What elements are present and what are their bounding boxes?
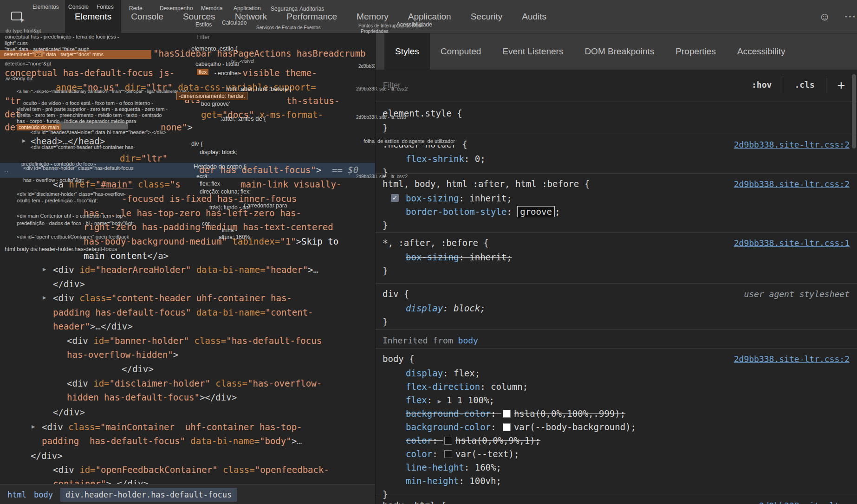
- dom-tree-node[interactable]: <div id="openFeedbackContainer" class="o…: [53, 465, 329, 475]
- text-segment: >: [308, 265, 313, 275]
- css-property[interactable]: background-color: var(--body-background)…: [406, 422, 636, 432]
- pseudo-class-toggle[interactable]: :hov: [752, 80, 772, 90]
- dom-tree-node[interactable]: "hasSidebar hasPageActions hasBreadcrumb: [153, 48, 366, 58]
- css-property[interactable]: box-sizing: inherit;: [406, 193, 512, 203]
- breadcrumb-item[interactable]: div.header-holder.has-default-focus: [60, 488, 237, 502]
- dom-tree-node[interactable]: padding has-default-focus" data-bi-name=…: [42, 436, 302, 446]
- css-property[interactable]: border-bottom-style: groove;: [406, 207, 560, 217]
- dom-tree-node[interactable]: -visible theme-: [237, 68, 317, 78]
- css-property[interactable]: min-height: 100vh;: [406, 476, 501, 486]
- devtools-tab-audits[interactable]: Audits: [512, 0, 556, 33]
- tab-styles[interactable]: Styles: [384, 33, 430, 70]
- css-property[interactable]: display: flex;: [406, 368, 480, 378]
- dom-tree-node[interactable]: <div id="banner-holder" class="has-defau…: [67, 336, 322, 346]
- user-agent-stylesheet-label: user agent stylesheet: [744, 289, 850, 299]
- styles-scrollbar[interactable]: [852, 71, 856, 504]
- css-property[interactable]: flex: ▶ 1 1 100%;: [406, 395, 494, 405]
- text-segment: >: [316, 165, 321, 175]
- tab-accessibility[interactable]: Accessibility: [727, 33, 796, 70]
- css-property[interactable]: display: block;: [406, 303, 486, 313]
- translation-overlay-text: Console: [68, 4, 89, 10]
- text-segment: </a>: [147, 251, 169, 261]
- css-property[interactable]: background-color: hsla(0,0%,100%,.999);: [406, 408, 625, 419]
- dom-tree-node[interactable]: dir="ltr": [120, 153, 168, 163]
- stylesheet-link[interactable]: 2d9bb338.site-ltr.css:2: [734, 179, 850, 189]
- text-segment: var(--text): [455, 449, 514, 459]
- element-class-toggle[interactable]: .cls: [794, 80, 814, 90]
- tab-event-listeners[interactable]: Event Listeners: [492, 33, 574, 70]
- dom-tree-node[interactable]: </div>: [53, 279, 85, 289]
- new-style-rule-button[interactable]: +: [838, 78, 845, 92]
- css-close-brace: }: [383, 317, 388, 327]
- dom-tree-node[interactable]: th-status-: [286, 96, 339, 106]
- dom-tree-node[interactable]: header">…</div>: [53, 321, 133, 331]
- dom-tree-node[interactable]: <div class="mainContainer uhf-container …: [42, 422, 302, 432]
- css-property[interactable]: color: hsla(0,0%,9%,1);: [406, 435, 540, 446]
- stylesheet-link[interactable]: 2d9bb338.site-ltr.css:2: [734, 140, 850, 149]
- css-property[interactable]: line-height: 160%;: [406, 462, 501, 472]
- translation-overlay-text: light" cuss: [5, 40, 28, 46]
- dom-tree-node[interactable]: has-overflow-hidden">: [67, 349, 178, 360]
- translation-overlay-text: Acessibilidade: [396, 21, 432, 28]
- text-segment: "s: [170, 179, 181, 189]
- text-segment: 160%: [475, 462, 496, 472]
- css-selector[interactable]: body, html {: [383, 500, 446, 504]
- panel-divider[interactable]: [375, 33, 376, 504]
- feedback-icon[interactable]: ☺: [819, 0, 831, 33]
- text-segment: flex-shrink: [406, 154, 464, 164]
- text-segment: </div>: [53, 279, 85, 289]
- text-segment: box-sizing: [406, 193, 459, 203]
- css-property[interactable]: box-sizing: inherit;: [406, 252, 512, 262]
- css-selector[interactable]: div {: [383, 289, 409, 299]
- text-segment: "banner-holder": [110, 336, 189, 346]
- dom-tree-node[interactable]: <div id="headerAreaHolder" data-bi-name=…: [53, 265, 318, 275]
- dom-tree-node[interactable]: <div id="disclaimer-holder" class="has-o…: [67, 378, 322, 388]
- css-property[interactable]: flex-direction: column;: [406, 381, 528, 392]
- translation-overlay-text: se: [34, 51, 43, 57]
- text-segment: ;: [514, 449, 519, 459]
- dom-tree-node[interactable]: padding has-default-focus" data-bi-name=…: [53, 307, 313, 317]
- tab-dom-breakpoints[interactable]: DOM Breakpoints: [574, 33, 665, 70]
- dom-tree-node[interactable]: hidden has-default-focus"></div>: [67, 392, 237, 402]
- scrollbar-thumb[interactable]: [852, 74, 856, 149]
- dom-tree-node[interactable]: </div>: [53, 407, 85, 417]
- text-segment: ;: [496, 462, 501, 472]
- css-selector[interactable]: body {: [383, 354, 415, 364]
- inherited-node-link[interactable]: body: [458, 336, 478, 345]
- dom-tree-node[interactable]: </div>: [31, 451, 63, 461]
- dom-tree-node[interactable]: "tr: [5, 96, 20, 106]
- property-enabled-checkbox[interactable]: ✓: [391, 194, 399, 202]
- stylesheet-link[interactable]: 2d9bb338.site-ltr.css:1: [734, 238, 850, 248]
- devtools-tab-security[interactable]: Security: [461, 0, 513, 33]
- text-segment: >: [90, 321, 95, 331]
- css-property[interactable]: flex-shrink: 0;: [406, 154, 486, 164]
- translation-overlay-text: direção: coluna; flex:: [200, 188, 251, 195]
- dom-tree-node[interactable]: </div>: [122, 364, 154, 374]
- stylesheet-link[interactable]: 2d9bb338.site-ltr.css:2: [734, 354, 850, 364]
- translation-overlay-text: folha de estilos do agente de utilizador: [362, 137, 457, 145]
- property-value-editor[interactable]: groove: [517, 206, 555, 217]
- text-segment: ;: [620, 408, 625, 419]
- text-segment: hsla(0,0%,9%,1): [455, 435, 535, 446]
- text-segment: padding has-default-focus": [53, 307, 191, 317]
- tab-properties[interactable]: Properties: [665, 33, 727, 70]
- text-segment: id=: [79, 265, 95, 275]
- translation-overlay-text: Rede: [129, 5, 143, 12]
- dom-tree-node[interactable]: main-link visually-: [240, 179, 341, 189]
- breadcrumb-item[interactable]: html: [7, 490, 26, 499]
- breadcrumb-item[interactable]: body: [34, 490, 53, 499]
- css-selector[interactable]: *, :after, :before {: [383, 238, 489, 248]
- text-segment: }: [383, 489, 388, 499]
- translation-overlay-text: detection="none"&gt: [5, 61, 51, 66]
- more-options-icon[interactable]: ⋯: [844, 0, 857, 33]
- tab-computed[interactable]: Computed: [430, 33, 492, 70]
- text-segment: data-bi-name=: [191, 307, 265, 317]
- inspect-element-button[interactable]: ➤: [10, 9, 25, 24]
- text-segment: color: [406, 435, 432, 446]
- text-segment: :: [443, 368, 454, 378]
- dom-tree-node[interactable]: <div class="content-header uhf-container…: [53, 293, 292, 303]
- css-selector[interactable]: html, body, html :after, html :before {: [383, 179, 590, 189]
- translation-overlay-text: <div id="headerAreaHolder" data-bi-name=…: [31, 129, 166, 135]
- stylesheet-link[interactable]: 2d9bb338.site-ltr.: [759, 501, 850, 504]
- css-property[interactable]: color: var(--text);: [406, 449, 519, 459]
